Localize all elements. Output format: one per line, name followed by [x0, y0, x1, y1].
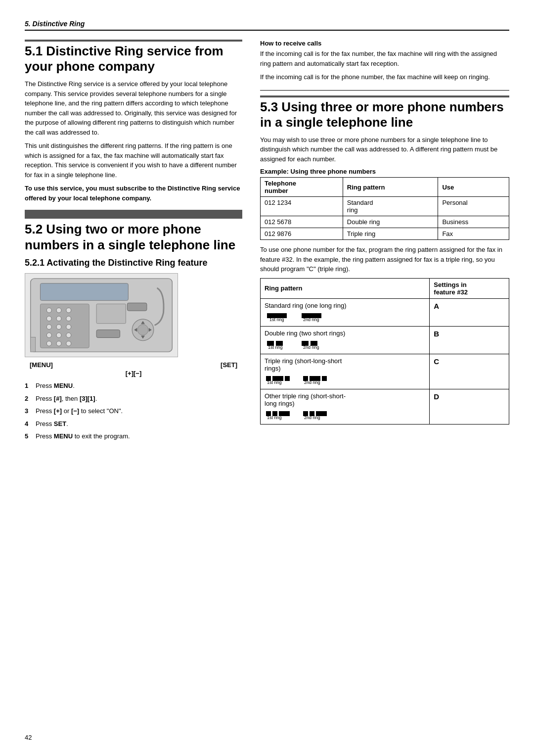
step-3-num: 3 — [25, 406, 32, 416]
phone-number-1: 012 1234 — [261, 197, 343, 216]
svg-point-20 — [137, 325, 148, 335]
ring-row-C: Triple ring (short-long-shortrings) — [261, 354, 509, 389]
svg-point-13 — [56, 333, 61, 338]
svg-rect-22 — [127, 303, 147, 311]
ring-visual-C: 1st ring 2nd ring — [265, 374, 425, 385]
svg-rect-1 — [40, 284, 128, 301]
step-4: 4 Press SET. — [25, 419, 242, 429]
svg-text:1st ring: 1st ring — [269, 317, 284, 322]
step-2: 2 Press [#], then [3][1]. — [25, 394, 242, 404]
svg-point-16 — [56, 341, 61, 346]
ring-pattern-B: Double ring (two short rings) 1st ri — [261, 326, 430, 354]
svg-text:1st ring: 1st ring — [267, 415, 282, 420]
section53-body1: You may wish to use three or more phone … — [260, 135, 509, 164]
how-to-receive-body2: If the incoming call is for the phone nu… — [260, 72, 509, 82]
svg-text:1st ring: 1st ring — [267, 380, 282, 385]
svg-rect-21 — [96, 330, 120, 338]
step-3: 3 Press [+] or [−] to select "ON". — [25, 406, 242, 416]
device-image — [25, 273, 178, 357]
section53-body2: To use one phone number for the fax, pro… — [260, 245, 509, 274]
phone-number-table: Telephonenumber Ring pattern Use 012 123… — [260, 177, 509, 240]
page-header-title: 5. Distinctive Ring — [25, 20, 85, 28]
ring-table-col-setting: Settings infeature #32 — [430, 278, 509, 298]
svg-point-17 — [66, 341, 71, 346]
phone-table-col-use: Use — [438, 178, 509, 197]
step-5-text: Press MENU to exit the program. — [36, 431, 130, 441]
svg-point-6 — [46, 316, 51, 321]
ring-svg-A: 1st ring 2nd ring — [265, 311, 334, 322]
svg-point-3 — [46, 308, 51, 313]
ring-row-D: Other triple ring (short-short-long ring… — [261, 389, 509, 424]
ring-visual-A: 1st ring 2nd ring — [265, 311, 425, 322]
ring-visual-B: 1st ring 2nd ring — [265, 339, 425, 350]
step-1-text: Press MENU. — [36, 381, 75, 391]
how-to-receive-heading: How to receive calls — [260, 40, 509, 47]
step-2-text: Press [#], then [3][1]. — [36, 394, 97, 404]
ring-pattern-A: Standard ring (one long ring) 1st ri — [261, 298, 430, 326]
left-column: 5.1 Distinctive Ring service from your p… — [25, 40, 242, 445]
set-key-label: [SET] — [221, 361, 237, 369]
svg-point-14 — [66, 333, 71, 338]
svg-text:2nd ring: 2nd ring — [304, 380, 320, 385]
ring-svg-D: 1st ring 2nd ring — [265, 409, 339, 420]
phone-table-row-3: 012 9876 Triple ring Fax — [261, 228, 509, 240]
step-5-num: 5 — [25, 431, 32, 441]
menu-key-label: [MENU] — [30, 361, 53, 369]
svg-rect-18 — [96, 304, 126, 324]
section51-heading: 5.1 Distinctive Ring service from your p… — [25, 44, 242, 74]
phone-table-row-1: 012 1234 Standardring Personal — [261, 197, 509, 216]
two-column-layout: 5.1 Distinctive Ring service from your p… — [25, 40, 509, 445]
svg-text:1st ring: 1st ring — [268, 345, 283, 350]
ring-table-header-row: Ring pattern Settings infeature #32 — [261, 278, 509, 298]
step-4-num: 4 — [25, 419, 32, 429]
page-number: 42 — [25, 734, 32, 741]
phone-number-3: 012 9876 — [261, 228, 343, 240]
use-2: Business — [438, 216, 509, 228]
svg-point-15 — [46, 341, 51, 346]
phone-table-col-number: Telephonenumber — [261, 178, 343, 197]
ring-pattern-3: Triple ring — [343, 228, 438, 240]
step-5: 5 Press MENU to exit the program. — [25, 431, 242, 441]
steps-list: 1 Press MENU. 2 Press [#], then [3][1]. … — [25, 381, 242, 441]
device-svg — [25, 274, 178, 357]
setting-D: D — [430, 389, 509, 424]
ring-svg-B: 1st ring 2nd ring — [265, 339, 334, 350]
use-3: Fax — [438, 228, 509, 240]
svg-rect-40 — [285, 376, 290, 381]
ring-svg-C: 1st ring 2nd ring — [265, 374, 339, 385]
section51-body1: The Distinctive Ring service is a servic… — [25, 79, 242, 137]
svg-point-8 — [66, 316, 71, 321]
section53-title-bar — [260, 95, 509, 97]
ring-visual-D: 1st ring 2nd ring — [265, 409, 425, 420]
ring-pattern-C: Triple ring (short-long-shortrings) — [261, 354, 430, 389]
ring-table-col-pattern: Ring pattern — [261, 278, 430, 298]
svg-rect-43 — [322, 376, 327, 381]
svg-point-7 — [56, 316, 61, 321]
phone-number-2: 012 5678 — [261, 216, 343, 228]
ring-row-A: Standard ring (one long ring) 1st ri — [261, 298, 509, 326]
phone-table-col-ring: Ring pattern — [343, 178, 438, 197]
ring-pattern-1: Standardring — [343, 197, 438, 216]
ring-pattern-2: Double ring — [343, 216, 438, 228]
section52-divider-bar — [25, 210, 242, 219]
use-1: Personal — [438, 197, 509, 216]
right-column: How to receive calls If the incoming cal… — [260, 40, 509, 445]
setting-C: C — [430, 354, 509, 389]
step-4-text: Press SET. — [36, 419, 68, 429]
page: 5. Distinctive Ring 5.1 Distinctive Ring… — [0, 0, 534, 756]
section521-heading: 5.2.1 Activating the Distinctive Ring fe… — [25, 258, 242, 269]
svg-point-9 — [46, 325, 51, 330]
step-3-text: Press [+] or [−] to select "ON". — [36, 406, 123, 416]
section51-bold-note: To use this service, you must subscribe … — [25, 184, 242, 203]
plus-minus-label: [+][−] — [25, 370, 242, 377]
step-2-num: 2 — [25, 394, 32, 404]
setting-A: A — [430, 298, 509, 326]
section51-title-bar — [25, 40, 242, 42]
phone-table-header-row: Telephonenumber Ring pattern Use — [261, 178, 509, 197]
svg-rect-27 — [31, 337, 36, 352]
svg-point-10 — [56, 325, 61, 330]
ring-row-B: Double ring (two short rings) 1st ri — [261, 326, 509, 354]
section53-heading: 5.3 Using three or more phone numbers in… — [260, 99, 509, 130]
step-1: 1 Press MENU. — [25, 381, 242, 391]
page-header: 5. Distinctive Ring — [25, 20, 509, 31]
